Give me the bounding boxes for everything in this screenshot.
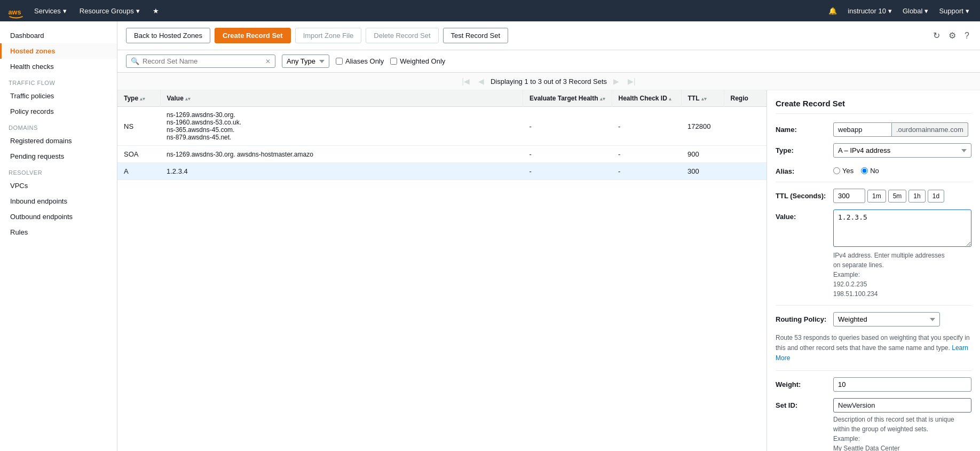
table-container: Type▴▾ Value▴▾ Evaluate Target Health▴▾ … [117, 90, 766, 451]
row-type: SOA [117, 146, 160, 163]
page-next-button[interactable]: ▶ [611, 76, 621, 87]
row-hcid: - [612, 146, 681, 163]
set-id-label: Set ID: [776, 398, 829, 409]
sidebar: Dashboard Hosted zones Health checks Tra… [0, 21, 117, 451]
col-header-ttl[interactable]: TTL▴▾ [681, 90, 724, 107]
search-box: 🔍 ✕ [126, 55, 275, 68]
page-last-button[interactable]: ▶| [626, 76, 638, 87]
set-id-input[interactable] [833, 398, 971, 413]
col-header-region[interactable]: Regio [724, 90, 766, 107]
sidebar-item-outbound-endpoints[interactable]: Outbound endpoints [0, 209, 117, 224]
nav-services[interactable]: Services ▾ [30, 5, 71, 17]
col-header-eth[interactable]: Evaluate Target Health▴▾ [523, 90, 612, 107]
page-first-button[interactable]: |◀ [460, 76, 472, 87]
row-hcid: - [612, 163, 681, 180]
pagination-info: Displaying 1 to 3 out of 3 Record Sets [491, 77, 607, 85]
type-label: Type: [776, 143, 829, 154]
row-ttl: 900 [681, 146, 724, 163]
value-form-control: 1.2.3.5 IPv4 address. Enter multiple add… [833, 209, 971, 299]
aliases-only-checkbox-label[interactable]: Aliases Only [336, 57, 384, 65]
delete-record-set-button[interactable]: Delete Record Set [366, 28, 438, 43]
weighted-only-checkbox[interactable] [390, 58, 397, 65]
col-header-hcid[interactable]: Health Check ID▴ [612, 90, 681, 107]
weight-form-control [833, 377, 971, 392]
sidebar-item-dashboard[interactable]: Dashboard [0, 28, 117, 43]
ttl-group: 1m 5m 1h 1d [833, 189, 971, 203]
table-row[interactable]: SOA ns-1269.awsdns-30.org. awsdns-hostma… [117, 146, 766, 163]
routing-policy-label: Routing Policy: [776, 312, 829, 323]
settings-button[interactable]: ⚙ [946, 28, 958, 43]
test-record-set-button[interactable]: Test Record Set [443, 28, 509, 43]
name-input[interactable] [833, 122, 892, 137]
type-form-control: A – IPv4 address AAAA – IPv6 address CNA… [833, 143, 971, 158]
svg-text:aws: aws [9, 9, 21, 16]
type-dropdown[interactable]: A – IPv4 address AAAA – IPv6 address CNA… [833, 143, 971, 158]
nav-bookmarks[interactable]: ★ [148, 5, 163, 17]
nav-support[interactable]: Support ▾ [935, 5, 974, 17]
help-button[interactable]: ? [962, 29, 971, 43]
alias-no-label[interactable]: No [861, 167, 879, 175]
ttl-5m-button[interactable]: 5m [888, 190, 907, 203]
aliases-only-checkbox[interactable] [336, 58, 343, 65]
nav-region[interactable]: Global ▾ [898, 5, 933, 17]
set-id-hint: Description of this record set that is u… [833, 415, 971, 451]
filter-bar: 🔍 ✕ Any Type A AAAA CNAME MX NS SOA TXT … [117, 50, 980, 73]
nav-right: 🔔 instructor 10 ▾ Global ▾ Support ▾ [824, 5, 974, 17]
row-type: NS [117, 107, 160, 146]
refresh-button[interactable]: ↻ [931, 28, 942, 43]
sidebar-section-domains: Domains [0, 119, 117, 133]
alias-no-radio[interactable] [861, 167, 868, 174]
value-textarea[interactable]: 1.2.3.5 [833, 209, 971, 247]
type-row: Type: A – IPv4 address AAAA – IPv6 addre… [776, 143, 971, 158]
sidebar-item-rules[interactable]: Rules [0, 224, 117, 240]
col-header-type[interactable]: Type▴▾ [117, 90, 160, 107]
page-prev-button[interactable]: ◀ [476, 76, 486, 87]
create-record-set-button[interactable]: Create Record Set [215, 28, 291, 43]
ttl-1m-button[interactable]: 1m [867, 190, 886, 203]
ttl-1h-button[interactable]: 1h [908, 190, 925, 203]
ttl-form-control: 1m 5m 1h 1d [833, 189, 971, 203]
weight-input[interactable] [833, 377, 971, 392]
routing-policy-form-control: Simple Weighted Latency Failover Geoloca… [833, 312, 971, 326]
alias-yes-label[interactable]: Yes [833, 167, 853, 175]
type-select[interactable]: Any Type A AAAA CNAME MX NS SOA TXT [282, 55, 329, 68]
weight-label: Weight: [776, 377, 829, 388]
search-input[interactable] [143, 57, 262, 65]
ttl-input[interactable] [833, 189, 865, 203]
sidebar-item-pending-requests[interactable]: Pending requests [0, 149, 117, 164]
sidebar-item-health-checks[interactable]: Health checks [0, 59, 117, 74]
sidebar-item-traffic-policies[interactable]: Traffic policies [0, 88, 117, 104]
row-eth: - [523, 146, 612, 163]
value-row: Value: 1.2.3.5 IPv4 address. Enter multi… [776, 209, 971, 299]
table-row[interactable]: NS ns-1269.awsdns-30.org. ns-1960.awsdns… [117, 107, 766, 146]
alias-row: Alias: Yes No [776, 164, 971, 175]
col-header-value[interactable]: Value▴▾ [160, 90, 523, 107]
sidebar-item-registered-domains[interactable]: Registered domains [0, 133, 117, 149]
nav-resource-groups[interactable]: Resource Groups ▾ [75, 5, 144, 17]
weight-row: Weight: [776, 377, 971, 392]
routing-dropdown[interactable]: Simple Weighted Latency Failover Geoloca… [833, 312, 940, 326]
nav-user[interactable]: instructor 10 ▾ [843, 5, 896, 17]
weighted-only-checkbox-label[interactable]: Weighted Only [390, 57, 445, 65]
clear-search-icon[interactable]: ✕ [265, 58, 271, 65]
value-hint: IPv4 address. Enter multiple addresses o… [833, 251, 971, 299]
name-input-group: .ourdomainname.com [833, 122, 971, 137]
routing-learn-more-link[interactable]: Learn More [776, 344, 968, 362]
sidebar-item-vpcs[interactable]: VPCs [0, 178, 117, 193]
set-id-form-control: Description of this record set that is u… [833, 398, 971, 451]
alias-yes-radio[interactable] [833, 167, 840, 174]
sidebar-item-inbound-endpoints[interactable]: Inbound endpoints [0, 193, 117, 209]
sidebar-item-policy-records[interactable]: Policy records [0, 104, 117, 119]
back-button[interactable]: Back to Hosted Zones [126, 28, 210, 43]
import-zone-file-button[interactable]: Import Zone File [295, 28, 362, 43]
sidebar-item-hosted-zones[interactable]: Hosted zones [0, 43, 117, 59]
ttl-1d-button[interactable]: 1d [928, 190, 944, 203]
pagination-bar: |◀ ◀ Displaying 1 to 3 out of 3 Record S… [117, 73, 980, 90]
table-row[interactable]: A 1.2.3.4 - - 300 [117, 163, 766, 180]
routing-desc: Route 53 responds to queries based on we… [776, 333, 971, 364]
alias-radio-group: Yes No [833, 164, 971, 175]
row-eth: - [523, 163, 612, 180]
sidebar-section-traffic-flow: Traffic flow [0, 74, 117, 88]
aws-logo[interactable]: aws [6, 1, 26, 20]
nav-notifications[interactable]: 🔔 [824, 5, 841, 17]
